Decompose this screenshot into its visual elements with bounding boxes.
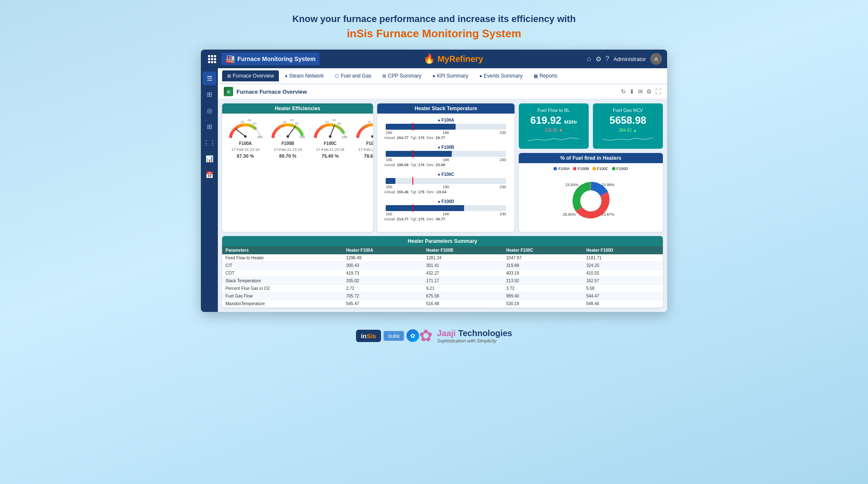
download-icon[interactable]: ⬇ [629,88,634,95]
hero-line1: Know your furnace performance and increa… [292,13,576,26]
stack-f100a-fill [386,124,456,130]
tab-fuel-gas[interactable]: ⬡ Fuel and Gas [330,70,376,81]
table-row: Percent Flue Gas in O22.729.213.725.58 [222,285,663,292]
email-icon[interactable]: ✉ [638,88,643,95]
param-value: 545.47 [343,300,423,308]
stack-f100d: ● F100D 150 190 230 [380,197,512,224]
sidebar-item-menu[interactable]: ☰ [203,72,216,85]
sidebar-item-layers[interactable]: ⊞ [203,88,216,101]
svg-line-6 [236,129,245,136]
app-window: 🏭 Furnace Monitoring System 🔥 MyRefinery… [201,50,667,312]
gauge-f100c-date: 17-Feb-21 23:18 [316,147,345,152]
tab-reports-icon: ▦ [534,73,538,79]
tab-events-summary[interactable]: ● Events Summary [474,70,528,81]
param-value: 432.27 [423,270,503,277]
page-title: Furnace Furnace Overview [236,89,307,95]
params-tbody: Feed Flow to Heater1296.491281.241047.97… [222,254,663,308]
param-value: 162.57 [583,277,663,285]
tab-cpp-icon: ⊞ [382,73,386,79]
param-name: COT [222,270,343,277]
tab-cpp-summary[interactable]: ⊞ CPP Summary [377,70,426,81]
sidebar-item-chart[interactable]: 📊 [203,152,216,166]
svg-text:0: 0 [231,135,233,139]
gauge-f100b-id: F100B [281,141,294,146]
user-name: Administrator [613,56,646,62]
svg-text:100: 100 [342,135,348,139]
grid-menu-button[interactable] [206,53,218,65]
stack-f100d-axis: 150 190 230 [386,212,506,216]
stack-f100b: ● F100B 150 190 230 [380,142,512,170]
sidebar-item-dots[interactable]: ⋮⋮ [203,136,216,150]
donut-chart-container: 23.98% 23.87% 28.65% 23.50% [557,173,625,228]
stack-f100a: ● F100A 150 190 230 [380,115,512,142]
stack-f100d-bar [386,205,506,211]
table-row: MaxskinTemperature545.47516.48530.19548.… [222,300,663,308]
donut-label-f100c-pct: 23.87% [601,212,615,217]
gauge-f100c: 0 100 20 40 60 80 F100C [311,116,349,159]
gauge-f100c-value: 75.40 % [322,153,339,159]
sidebar-item-grid[interactable]: ⊞ [203,120,216,134]
param-value: 1296.49 [343,254,423,262]
heater-efficiencies-panel: Heater Efficiencies [222,103,373,232]
furnace-icon: 🏭 [225,54,235,64]
gauge-f100d-svg: 0 100 20 40 60 80 [353,116,373,139]
sidebar-item-calendar[interactable]: 📅 [203,168,216,182]
stack-f100a-axis: 150 190 230 [386,131,506,135]
help-icon[interactable]: ? [606,55,609,63]
col-f100c: Heater F100C [503,246,583,254]
col-parameters: Parameters [222,246,343,254]
svg-text:100: 100 [257,135,263,139]
stack-f100c-axis: 150 190 230 [386,185,506,189]
param-value: 2.72 [343,285,423,292]
hero-section: Know your furnace performance and increa… [292,13,576,41]
stack-f100d-marker [412,204,413,212]
donut-label-f100d-pct: 23.50% [565,183,579,187]
tab-furnace-overview[interactable]: ⊞ Furnace Overview [222,70,279,81]
settings-icon[interactable]: ⚙ [595,55,601,63]
user-avatar[interactable]: A [650,53,662,65]
svg-text:0: 0 [358,135,360,139]
param-value: 516.48 [423,300,503,308]
legend-dot-f100d [612,167,615,170]
params-thead: Parameters Heater F100A Heater F100B Hea… [222,246,663,254]
kpi-fuel-ncv-title: Fuel Gas NCV [599,108,657,113]
col-f100d: Heater F100D [583,246,663,254]
refresh-icon[interactable]: ↻ [621,88,626,95]
tab-steam-network[interactable]: ♦ Steam Network [280,70,329,81]
param-value: 1281.24 [423,254,503,262]
jaaji-flower-icon: ✿ [419,326,433,345]
kpi-fuel-ncv-value: 5658.98 [599,114,657,126]
gauge-f100a-svg: 0 100 20 40 60 80 [226,116,264,139]
tab-fuel-gas-label: Fuel and Gas [341,73,371,79]
fuel-fired-header: % of Fuel fired in Heaters [519,153,663,163]
params-header-row: Parameters Heater F100A Heater F100B Hea… [222,246,663,254]
svg-text:20: 20 [276,127,280,131]
donut-hole [580,190,601,211]
suite-badge: suite [384,331,403,341]
sidebar-item-circle[interactable]: ◎ [203,104,216,117]
jaaji-name: Jaaji Technologies [437,328,512,338]
svg-text:60: 60 [332,118,336,122]
svg-text:0: 0 [315,135,317,139]
svg-line-30 [373,126,373,136]
tab-reports[interactable]: ▦ Reports [529,70,562,81]
svg-text:40: 40 [367,120,371,124]
param-value: 989.40 [503,292,583,300]
home-icon[interactable]: ⌂ [587,55,591,63]
settings2-icon[interactable]: ⚙ [646,88,652,95]
tab-kpi-label: KPI Summary [437,73,468,79]
table-row: COT419.73432.27403.19410.55 [222,270,663,277]
tab-steam-network-icon: ♦ [285,73,287,78]
stack-temp-panel: Heater Stack Temperature ● F100A [377,103,515,232]
donut-label-f100b-pct: 28.65% [563,212,576,217]
gauge-f100a: 0 100 20 40 60 80 F100A [226,116,264,159]
app-title: Furnace Monitoring System [237,56,315,62]
stack-f100a-label: ● F100A [384,118,508,122]
expand-icon[interactable]: ⛶ [655,88,661,95]
svg-text:100: 100 [299,135,305,139]
tab-kpi-summary[interactable]: ● KPI Summary [427,70,473,81]
svg-text:20: 20 [319,127,323,131]
tab-bar: ⊞ Furnace Overview ♦ Steam Network ⬡ Fue… [218,68,667,84]
param-value: 1181.71 [583,254,663,262]
tab-furnace-overview-icon: ⊞ [227,73,231,79]
